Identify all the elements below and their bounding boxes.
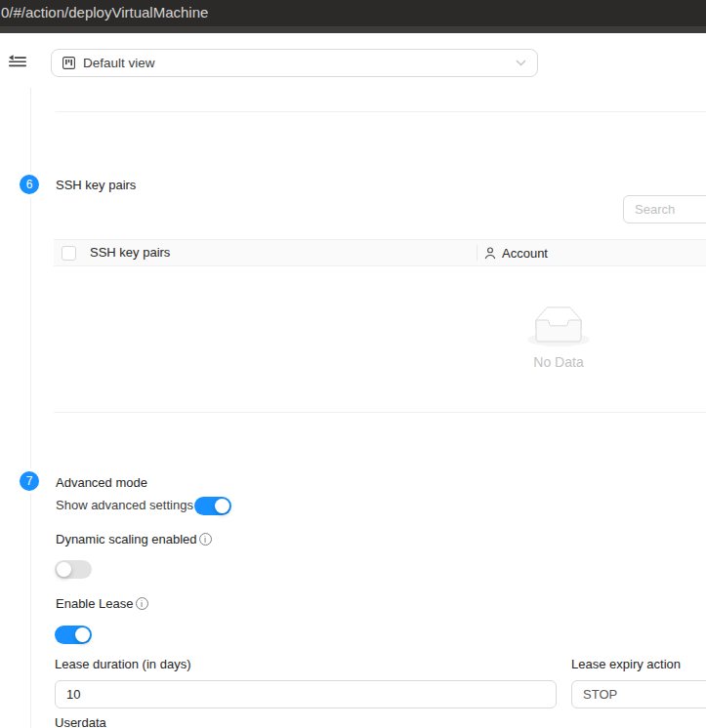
info-icon[interactable]: i (136, 597, 148, 610)
toggle-knob (215, 499, 229, 513)
column-header-sshkeypairs: SSH key pairs (90, 240, 170, 265)
view-filter-select[interactable]: Default view (51, 49, 538, 77)
info-icon[interactable]: i (199, 533, 212, 546)
ssh-section-title: SSH key pairs (56, 178, 136, 192)
titlebar-url: 0/#/action/deployVirtualMachine (1, 0, 706, 25)
step-6-badge: 6 (20, 175, 39, 194)
step-7-number: 7 (26, 474, 33, 488)
ssh-table-header: SSH key pairs Account (54, 239, 706, 266)
sidebar-fold-button[interactable] (9, 54, 26, 69)
enable-lease-row: Enable Lease i (56, 596, 148, 611)
advanced-section-title: Advanced mode (56, 475, 147, 490)
section-divider (56, 111, 706, 112)
browser-titlebar: 0/#/action/deployVirtualMachine (0, 0, 706, 26)
view-select-value: Default view (83, 56, 155, 70)
lease-expiry-value: STOP (583, 687, 617, 702)
select-all-checkbox[interactable] (62, 246, 76, 261)
step-6-number: 6 (26, 178, 33, 191)
toggle-knob (75, 627, 90, 642)
lease-duration-label: Lease duration (in days) (55, 657, 190, 671)
show-advanced-settings-label: Show advanced settings (56, 498, 193, 512)
lease-duration-input[interactable] (55, 680, 557, 708)
empty-inbox-icon (527, 306, 590, 346)
lease-expiry-label: Lease expiry action (571, 657, 681, 671)
dynamic-scaling-label: Dynamic scaling enabled (56, 532, 197, 546)
step-rail (30, 494, 31, 728)
enable-lease-toggle[interactable] (55, 626, 92, 644)
step-rail (30, 198, 31, 468)
project-view-icon (62, 57, 75, 69)
column-separator (477, 245, 478, 261)
ssh-search-input[interactable] (623, 195, 706, 223)
dynamic-scaling-toggle[interactable] (55, 560, 92, 579)
step-7-badge: 7 (20, 471, 39, 491)
userdata-label: Userdata (55, 715, 106, 728)
lease-expiry-select[interactable]: STOP (571, 680, 706, 708)
enable-lease-label: Enable Lease (56, 596, 134, 611)
empty-state-text: No Data (495, 354, 622, 370)
titlebar-strip (0, 26, 706, 33)
step-rail (30, 88, 31, 172)
column-header-account-label: Account (502, 246, 548, 261)
toggle-knob (57, 562, 71, 577)
dynamic-scaling-row: Dynamic scaling enabled i (56, 532, 212, 546)
user-icon (484, 247, 496, 260)
show-advanced-settings-toggle[interactable] (194, 497, 231, 515)
menu-fold-icon (9, 54, 26, 69)
table-bottom-border (54, 412, 706, 413)
column-header-account: Account (484, 240, 548, 265)
chevron-down-icon (516, 60, 526, 66)
